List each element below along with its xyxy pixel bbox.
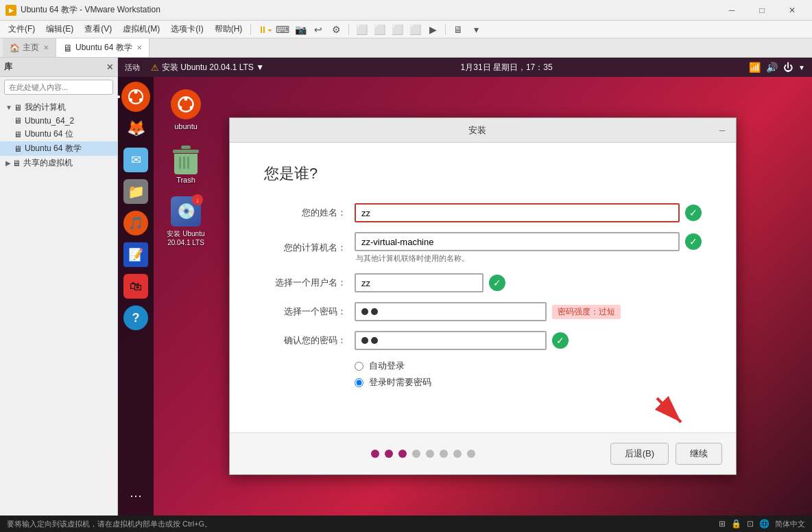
desktop-icon-ubuntu[interactable]: ubuntu	[160, 84, 211, 135]
tree-label-ubuntu64-2: Ubuntu_64_2	[25, 116, 74, 126]
dock-grid[interactable]: ⋯	[121, 481, 150, 510]
ubuntu-desktop[interactable]: 🦊 ✉ 📁 🎵 📝 🛍 ?	[118, 77, 812, 516]
radio-require-password[interactable]: 登录时需要密码	[355, 376, 702, 389]
dot-5	[426, 450, 434, 458]
tree-label-ubuntu64-teaching: Ubuntu 64 教学	[25, 143, 82, 154]
password-strength-label: 密码强度：过短	[552, 305, 621, 319]
title-bar: ▶ Ubuntu 64 教学 - VMware Workstation ─ □ …	[0, 0, 812, 21]
ubuntu-topbar: 活动 ⚠ 安装 Ubuntu 20.04.1 LTS ▼ 1月31日 星期日，1…	[118, 58, 812, 77]
tb-send-keys[interactable]: ⌨	[274, 21, 291, 38]
desktop-icons-area: ubuntu	[154, 77, 218, 516]
ubuntu-time: 1月31日 星期日，17：35	[264, 62, 749, 73]
dock-store[interactable]: 🛍	[121, 272, 150, 301]
form-row-name: 您的姓名： ✓	[264, 203, 702, 222]
menu-vm[interactable]: 虚拟机(M)	[117, 22, 165, 36]
desktop-icon-trash[interactable]: Trash	[160, 137, 211, 188]
dock-mail[interactable]: ✉	[121, 146, 150, 174]
menu-file[interactable]: 文件(F)	[3, 22, 40, 36]
confirm-dot-1	[361, 337, 368, 344]
status-text: 要将输入定向到该虚拟机，请在虚拟机内部单击或按 Ctrl+G。	[7, 519, 719, 529]
volume-icon[interactable]: 🔊	[766, 62, 778, 73]
warning-icon: ⚠	[151, 62, 159, 73]
menu-bar: 文件(F) 编辑(E) 查看(V) 虚拟机(M) 选项卡(I) 帮助(H) ⏸▾…	[0, 21, 812, 38]
status-bar: 要将输入定向到该虚拟机，请在虚拟机内部单击或按 Ctrl+G。 ⊞ 🔒 ⊡ 🌐 …	[0, 516, 812, 532]
ubuntu-activities[interactable]: 活动	[125, 62, 140, 73]
tab-home[interactable]: 🏠 主页 ✕	[3, 38, 56, 57]
form-row-confirm: 确认您的密码： ✓	[264, 331, 702, 350]
status-right-icons: ⊞ 🔒 ⊡ 🌐 简体中文	[719, 519, 805, 529]
tb-arrow[interactable]: ▾	[468, 21, 484, 38]
install-icon-img: 💿 ↓	[169, 195, 202, 228]
computer-hint: 与其他计算机联络时使用的名称。	[356, 253, 469, 264]
main-area: 库 ✕ ▼ 🖥 我的计算机 🖥 Ubuntu_64_2 🖥 Ubuntu 64 …	[0, 58, 812, 516]
dialog-minimize-button[interactable]: ─	[717, 125, 728, 136]
menu-view[interactable]: 查看(V)	[79, 22, 117, 36]
tree-label-my-computer: 我的计算机	[25, 102, 66, 113]
dock-files[interactable]: 📁	[121, 177, 150, 206]
dock-firefox[interactable]: 🦊	[121, 114, 150, 143]
menu-tabs[interactable]: 选项卡(I)	[165, 22, 208, 36]
tree-item-shared-vms[interactable]: ▶ 🖥 共享的虚拟机	[0, 156, 117, 170]
tree-item-ubuntu64-teaching[interactable]: 🖥 Ubuntu 64 教学	[0, 141, 117, 156]
password-input-display[interactable]	[355, 302, 547, 321]
name-input[interactable]	[355, 203, 680, 222]
tb-settings[interactable]: ⚙	[328, 21, 344, 38]
toolbar-separator	[348, 24, 349, 35]
continue-button[interactable]: 继续	[676, 443, 722, 465]
radio-auto-login[interactable]: 自动登录	[355, 360, 702, 372]
status-icon-1[interactable]: ⊞	[719, 519, 726, 529]
tb-stretch[interactable]: ⬜	[407, 21, 423, 38]
tb-fit[interactable]: ⬜	[389, 21, 405, 38]
tab-ubuntu-close[interactable]: ✕	[136, 44, 142, 51]
dock-writer[interactable]: 📝	[121, 240, 150, 269]
tree-item-ubuntu64-2[interactable]: 🖥 Ubuntu_64_2	[0, 115, 117, 127]
radio-auto-login-input[interactable]	[355, 362, 363, 371]
tb-revert[interactable]: ↩	[310, 21, 326, 38]
status-network-icon[interactable]: 🌐	[759, 519, 769, 529]
network-icon[interactable]: 📶	[749, 62, 761, 73]
radio-require-password-input[interactable]	[355, 378, 363, 387]
password-label: 选择一个密码：	[264, 305, 346, 318]
ubuntu-home-label: ubuntu	[174, 122, 198, 130]
tab-home-label: 主页	[23, 42, 39, 54]
system-menu-arrow[interactable]: ▼	[798, 64, 805, 71]
tb-console[interactable]: ▶	[425, 21, 441, 38]
sidebar-close[interactable]: ✕	[106, 62, 113, 72]
sidebar-header: 库 ✕	[0, 58, 117, 77]
tb-monitor[interactable]: 🖥	[450, 21, 466, 38]
tree-item-ubuntu64[interactable]: 🖥 Ubuntu 64 位	[0, 127, 117, 141]
computer-input[interactable]	[355, 232, 680, 251]
menu-edit[interactable]: 编辑(E)	[40, 22, 79, 36]
back-button[interactable]: 后退(B)	[610, 443, 669, 465]
svg-point-3	[129, 98, 132, 102]
dock-ubuntu-logo[interactable]	[121, 82, 150, 111]
maximize-button[interactable]: □	[748, 1, 776, 20]
ubuntu-dock: 🦊 ✉ 📁 🎵 📝 🛍 ?	[118, 77, 154, 516]
pause-button[interactable]: ⏸▾	[256, 21, 273, 38]
dialog-footer: 后退(B) 继续	[230, 432, 736, 474]
dot-4	[412, 450, 420, 458]
dock-music[interactable]: 🎵	[121, 209, 150, 238]
tab-ubuntu[interactable]: 🖥 Ubuntu 64 教学 ✕	[56, 38, 150, 57]
sidebar-search-container	[0, 77, 117, 97]
sidebar-search-input[interactable]	[4, 80, 113, 95]
desktop-icon-install[interactable]: 💿 ↓ 安装 Ubuntu 20.04.1 LTS	[160, 191, 211, 251]
status-icon-2[interactable]: 🔒	[731, 519, 741, 529]
minimize-button[interactable]: ─	[717, 1, 746, 20]
tb-snapshot[interactable]: 📷	[292, 21, 309, 38]
tb-full[interactable]: ⬜	[353, 21, 370, 38]
status-icon-3[interactable]: ⊡	[747, 519, 754, 529]
menu-help[interactable]: 帮助(H)	[209, 22, 248, 36]
ubuntu-install-button[interactable]: ⚠ 安装 Ubuntu 20.04.1 LTS ▼	[151, 62, 264, 73]
tree-item-my-computer[interactable]: ▼ 🖥 我的计算机	[0, 100, 117, 115]
username-input[interactable]	[355, 273, 483, 292]
power-icon[interactable]: ⏻	[783, 62, 793, 73]
close-button[interactable]: ✕	[778, 1, 807, 20]
tree-label-ubuntu64: Ubuntu 64 位	[25, 128, 73, 140]
toolbar-icons: ⏸▾ ⌨ 📷 ↩ ⚙ ⬜ ⬜ ⬜ ⬜ ▶ 🖥 ▾	[256, 21, 484, 38]
tb-window[interactable]: ⬜	[371, 21, 387, 38]
confirm-input-display[interactable]	[355, 331, 547, 350]
name-label: 您的姓名：	[264, 207, 346, 219]
dock-help[interactable]: ?	[121, 303, 150, 332]
tab-home-close[interactable]: ✕	[43, 44, 49, 51]
